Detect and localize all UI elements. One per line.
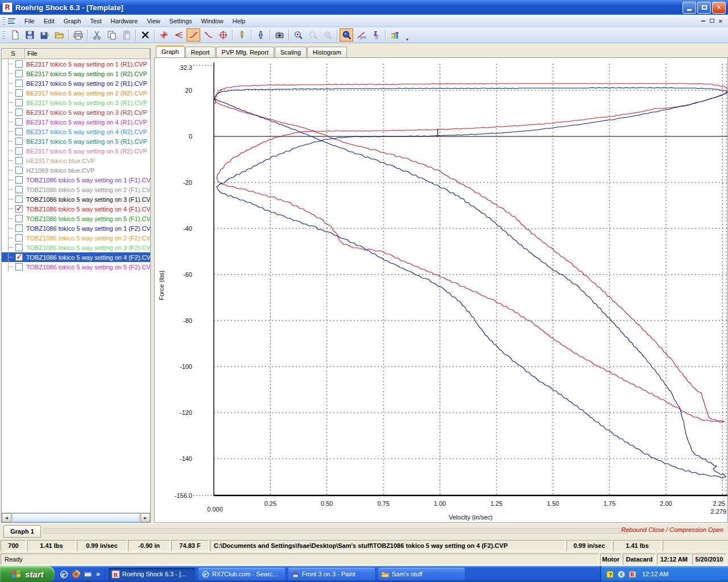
cut-icon[interactable] bbox=[90, 28, 104, 41]
file-checkbox[interactable] bbox=[15, 60, 23, 68]
column-header-s[interactable]: S bbox=[2, 49, 25, 59]
file-checkbox[interactable] bbox=[15, 186, 23, 193]
file-row[interactable]: BE2317 tokico 5 way setting on 5 (R1).CV… bbox=[2, 136, 150, 146]
new-file-icon[interactable] bbox=[8, 28, 22, 41]
file-row[interactable]: TOBZ1086 tokico 5 way setting on 2 (F1).… bbox=[2, 185, 150, 194]
scroll-right-arrow[interactable]: ► bbox=[140, 513, 150, 522]
file-row[interactable]: TOBZ1086 tokico 5 way setting on 3 (F2).… bbox=[2, 243, 150, 252]
task-button-roehrig-shock-6-3-[interactable]: RRoehrig Shock 6.3 - [... bbox=[109, 568, 195, 580]
file-row[interactable]: TOBZ1086 tokico 5 way setting on 3 (F1).… bbox=[2, 194, 150, 204]
graph-target-icon[interactable] bbox=[216, 28, 230, 41]
graph-plot-area[interactable]: 32.3200-20-40-60-80-100-120-140-156.00.0… bbox=[154, 57, 728, 523]
file-row[interactable]: BE2317 tokico 5 way setting on 4 (R1).CV… bbox=[2, 117, 150, 127]
injector-icon[interactable] bbox=[235, 28, 249, 41]
file-checkbox[interactable] bbox=[15, 80, 23, 87]
zoom-window-icon[interactable] bbox=[321, 28, 334, 41]
zoom-pan-icon[interactable] bbox=[306, 28, 320, 41]
magnifier-icon[interactable] bbox=[340, 28, 353, 41]
tab-histogram[interactable]: Histogram bbox=[307, 47, 347, 57]
menu-view[interactable]: View bbox=[142, 16, 165, 26]
save-icon[interactable] bbox=[23, 28, 36, 41]
print-icon[interactable] bbox=[71, 28, 85, 41]
task-button-front-3-on-3-paint[interactable]: Front 3 on 3 - Paint bbox=[288, 568, 375, 580]
menu-edit[interactable]: Edit bbox=[39, 16, 59, 26]
graph-axes-icon[interactable] bbox=[157, 28, 171, 41]
graph-curve-icon[interactable] bbox=[187, 28, 200, 41]
hide-icons-chevron[interactable] bbox=[617, 570, 626, 579]
statistics-icon[interactable] bbox=[388, 28, 402, 41]
menu-test[interactable]: Test bbox=[85, 16, 106, 26]
file-checkbox[interactable] bbox=[15, 70, 23, 77]
menu-graph[interactable]: Graph bbox=[59, 16, 86, 26]
file-checkbox[interactable] bbox=[15, 138, 23, 145]
tab-graph-1[interactable]: Graph 1 bbox=[3, 525, 41, 538]
start-button[interactable]: start bbox=[0, 566, 55, 582]
help-icon[interactable]: ? bbox=[606, 570, 614, 579]
restore-button[interactable] bbox=[697, 2, 711, 14]
file-row[interactable]: TOBZ1086 tokico 5 way setting on 1 (F1).… bbox=[2, 175, 150, 185]
task-button-rx7club-com-searc-[interactable]: eRX7Club.com - Searc... bbox=[198, 568, 285, 580]
tab-graph[interactable]: Graph bbox=[156, 45, 185, 57]
mdi-restore-button[interactable] bbox=[710, 19, 714, 23]
file-checkbox[interactable] bbox=[15, 147, 23, 155]
mdi-minimize-button[interactable] bbox=[701, 20, 705, 22]
scroll-left-arrow[interactable]: ◄ bbox=[2, 513, 11, 522]
firefox-icon[interactable] bbox=[71, 569, 81, 579]
file-checkbox[interactable] bbox=[15, 157, 23, 164]
paste-icon[interactable] bbox=[119, 28, 133, 41]
copy-icon[interactable] bbox=[105, 28, 118, 41]
tab-scaling[interactable]: Scaling bbox=[275, 47, 307, 57]
zoom-in-icon[interactable] bbox=[291, 28, 305, 41]
quick-launch-overflow[interactable]: » bbox=[95, 570, 100, 578]
menu-file[interactable]: File bbox=[20, 16, 39, 26]
menu-help[interactable]: Help bbox=[228, 16, 250, 26]
column-header-file[interactable]: File bbox=[25, 49, 150, 59]
file-checkbox[interactable] bbox=[15, 109, 23, 116]
close-button[interactable]: × bbox=[712, 2, 726, 14]
graph-curve-left-icon[interactable] bbox=[201, 28, 215, 41]
file-checkbox[interactable] bbox=[15, 225, 23, 232]
y-equals-x-icon[interactable]: y=x bbox=[354, 28, 368, 41]
tab-report[interactable]: Report bbox=[185, 47, 216, 57]
camera-icon[interactable] bbox=[272, 28, 286, 41]
horizontal-scrollbar[interactable]: ◄ ► bbox=[2, 513, 150, 522]
task-button-sam-s-stuff[interactable]: Sam's stuff bbox=[378, 568, 465, 580]
file-row[interactable]: TOBZ1086 tokico 5 way setting on 2 (F2).… bbox=[2, 233, 150, 243]
delete-icon[interactable] bbox=[138, 28, 152, 41]
file-row[interactable]: BE2317 tokico 5 way setting on 3 (R2).CV… bbox=[2, 107, 150, 117]
minimize-button[interactable] bbox=[682, 2, 696, 14]
show-desktop-icon[interactable] bbox=[83, 569, 93, 579]
file-row[interactable]: HE2317 tokico blue.CVP bbox=[2, 156, 150, 165]
file-checkbox[interactable] bbox=[15, 215, 23, 222]
toolbar-options-chevron[interactable]: ▾ bbox=[404, 28, 410, 42]
graph-multi-curve-icon[interactable] bbox=[172, 28, 185, 41]
file-row[interactable]: TOBZ1086 tokico 5 way setting on 1 (F2).… bbox=[2, 223, 150, 233]
file-checkbox[interactable]: ✓ bbox=[15, 205, 23, 213]
file-checkbox[interactable] bbox=[15, 196, 23, 203]
file-row[interactable]: ✓TOBZ1086 tokico 5 way setting on 4 (F2)… bbox=[2, 252, 150, 262]
file-row[interactable]: BE2317 tokico 5 way setting on 2 (R1).CV… bbox=[2, 78, 150, 88]
toolbar-grip[interactable] bbox=[2, 31, 5, 40]
menu-window[interactable]: Window bbox=[197, 16, 228, 26]
file-checkbox[interactable]: ✓ bbox=[15, 253, 23, 261]
file-row[interactable]: TOBZ1086 tokico 5 way setting on 5 (F2).… bbox=[2, 262, 150, 272]
roehrig-tray-icon[interactable]: R bbox=[628, 570, 637, 579]
sigma-n-icon[interactable]: Σn bbox=[369, 28, 383, 41]
gage-adjust-icon[interactable] bbox=[254, 28, 267, 41]
file-row[interactable]: BE2317 tokico 5 way setting on 2 (R2).CV… bbox=[2, 88, 150, 98]
file-checkbox[interactable] bbox=[15, 176, 23, 184]
file-row[interactable]: BE2317 tokico 5 way setting on 1 (R2).CV… bbox=[2, 69, 150, 78]
file-checkbox[interactable] bbox=[15, 167, 23, 174]
menu-settings[interactable]: Settings bbox=[165, 16, 197, 26]
file-checkbox[interactable] bbox=[15, 118, 23, 126]
file-checkbox[interactable] bbox=[15, 244, 23, 251]
file-row[interactable]: ✓TOBZ1086 tokico 5 way setting on 4 (F1)… bbox=[2, 204, 150, 214]
ie-icon[interactable]: e bbox=[59, 569, 69, 579]
file-row[interactable]: BE2317 tokico 5 way setting on 4 (R2).CV… bbox=[2, 127, 150, 136]
tab-pvp-mfg-report[interactable]: PVP Mfg. Report bbox=[216, 47, 274, 57]
export-file-icon[interactable] bbox=[38, 28, 51, 41]
file-checkbox[interactable] bbox=[15, 263, 23, 271]
file-checkbox[interactable] bbox=[15, 234, 23, 242]
file-checkbox[interactable] bbox=[15, 128, 23, 135]
menu-hardware[interactable]: Hardware bbox=[106, 16, 142, 26]
